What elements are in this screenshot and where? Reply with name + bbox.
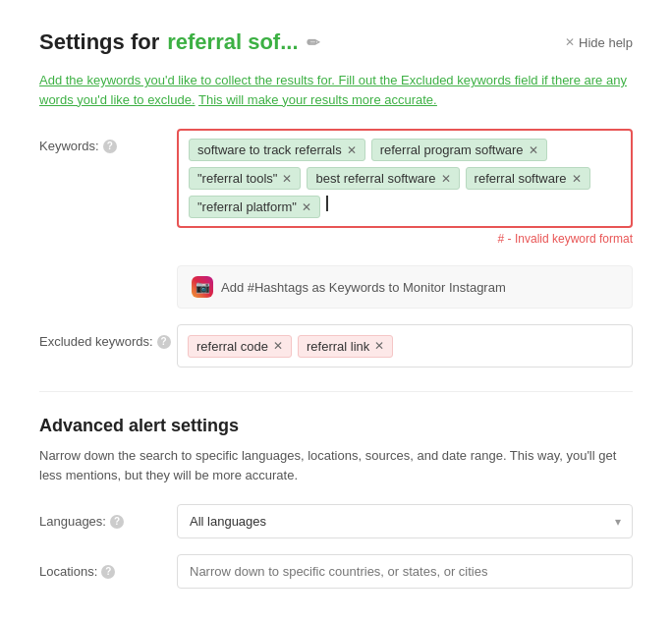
languages-select-wrapper: All languages ▾ <box>177 504 633 538</box>
hashtag-row: 📷 Add #Hashtags as Keywords to Monitor I… <box>39 261 633 309</box>
edit-icon[interactable]: ✏ <box>307 33 319 52</box>
remove-keyword-1[interactable]: ✕ <box>347 144 357 156</box>
title-prefix: Settings for <box>39 29 159 55</box>
excluded-tag-2: referral link ✕ <box>298 335 393 358</box>
remove-excluded-1[interactable]: ✕ <box>273 340 283 352</box>
divider <box>39 391 633 392</box>
remove-keyword-3[interactable]: ✕ <box>282 173 292 185</box>
excluded-keywords-label: Excluded keywords: ? <box>39 324 177 349</box>
locations-help-icon[interactable]: ? <box>101 565 115 579</box>
keyword-tag-5: referral software ✕ <box>466 167 590 190</box>
description-link[interactable]: This will make your results more accurat… <box>198 92 437 107</box>
remove-keyword-6[interactable]: ✕ <box>302 201 311 213</box>
locations-label: Locations: ? <box>39 554 177 579</box>
keyword-tag-2: referral program software ✕ <box>371 139 547 161</box>
close-icon: ✕ <box>565 35 575 49</box>
remove-keyword-5[interactable]: ✕ <box>572 173 582 185</box>
keywords-help-icon[interactable]: ? <box>103 140 117 153</box>
hide-help-label: Hide help <box>579 35 633 50</box>
advanced-desc: Narrow down the search to specific langu… <box>39 446 633 484</box>
remove-excluded-2[interactable]: ✕ <box>374 340 384 352</box>
header-row: Settings for referral sof... ✏ ✕ Hide he… <box>39 29 633 55</box>
locations-row: Locations: ? <box>39 554 633 589</box>
keyword-tag-4: best referral software ✕ <box>307 167 459 190</box>
error-message: # - Invalid keyword format <box>177 232 633 246</box>
keyword-tag-6: "referral platform" ✕ <box>189 196 320 218</box>
hide-help-button[interactable]: ✕ Hide help <box>565 35 633 50</box>
languages-row: Languages: ? All languages ▾ <box>39 504 633 538</box>
hashtag-banner[interactable]: 📷 Add #Hashtags as Keywords to Monitor I… <box>177 265 633 309</box>
hashtag-banner-text: Add #Hashtags as Keywords to Monitor Ins… <box>221 280 506 295</box>
title-name: referral sof... <box>167 29 298 55</box>
languages-help-icon[interactable]: ? <box>110 515 124 529</box>
locations-input[interactable] <box>177 554 633 589</box>
remove-keyword-4[interactable]: ✕ <box>441 173 451 185</box>
keyword-tag-1: software to track referrals ✕ <box>189 139 365 161</box>
languages-select[interactable]: All languages <box>177 504 633 538</box>
instagram-icon: 📷 <box>192 276 213 298</box>
keywords-label: Keywords: ? <box>39 129 177 153</box>
excluded-keywords-row: Excluded keywords: ? referral code ✕ ref… <box>39 324 633 368</box>
page-title: Settings for referral sof... ✏ <box>39 29 319 55</box>
description-text: Add the keywords you'd like to collect t… <box>39 71 633 109</box>
remove-keyword-2[interactable]: ✕ <box>529 144 538 156</box>
keyword-tag-3: "referral tools" ✕ <box>189 167 301 190</box>
excluded-keywords-help-icon[interactable]: ? <box>157 335 171 349</box>
excluded-tag-1: referral code ✕ <box>188 335 292 358</box>
languages-label: Languages: ? <box>39 504 177 529</box>
advanced-title: Advanced alert settings <box>39 416 633 436</box>
keywords-input-box[interactable]: software to track referrals ✕ referral p… <box>177 129 633 228</box>
excluded-keywords-box[interactable]: referral code ✕ referral link ✕ <box>177 324 633 368</box>
text-cursor <box>326 196 328 211</box>
advanced-section: Advanced alert settings Narrow down the … <box>39 416 633 589</box>
keywords-row: Keywords: ? software to track referrals … <box>39 129 633 246</box>
